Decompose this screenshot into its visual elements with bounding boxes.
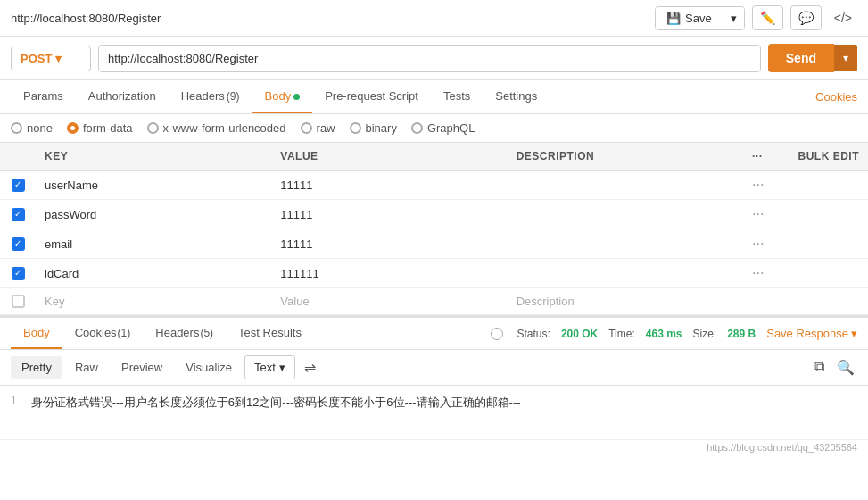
row4-key[interactable]: idCard [36,261,271,287]
row3-more[interactable]: ··· [743,229,779,258]
row2-checkbox-cell[interactable] [0,202,36,228]
option-urlencoded[interactable]: x-www-form-urlencoded [147,121,286,135]
response-line-1: 1 身份证格式错误---用户名长度必须位于6到12之间---密码长度不能小于6位… [11,395,857,411]
option-binary[interactable]: binary [350,121,397,135]
radio-urlencoded [147,122,159,134]
response-status: Status: 200 OK Time: 463 ms Size: 289 B … [491,327,857,340]
row3-checkbox[interactable] [12,238,25,251]
row4-more[interactable]: ··· [743,259,779,288]
row1-checkbox[interactable] [12,179,25,192]
response-tab-body[interactable]: Body [11,318,62,349]
row4-checkbox[interactable] [12,267,25,280]
row2-checkbox[interactable] [12,208,25,221]
row2-bulk [779,208,868,221]
format-tab-raw[interactable]: Raw [64,356,109,379]
table-row: userName 11111 ··· [0,171,868,200]
status-value: 200 OK [561,328,598,340]
format-bar: Pretty Raw Preview Visualize Text ▾ ⇌ ⧉ … [0,350,868,386]
row1-value[interactable]: 11111 [271,172,507,198]
placeholder-checkbox-cell [0,288,36,314]
placeholder-value[interactable]: Value [271,288,507,314]
send-dropdown-button[interactable]: ▾ [834,45,857,71]
top-bar: http://localhost:8080/Register 💾 Save ▾ … [0,0,868,37]
tab-headers[interactable]: Headers(9) [169,80,252,113]
tab-body[interactable]: Body [252,80,313,113]
footer-hint: https://blog.csdn.net/qq_43205564 [707,442,857,453]
tab-authorization[interactable]: Authorization [76,80,169,113]
save-button[interactable]: 💾 Save [656,7,723,29]
format-tab-pretty[interactable]: Pretty [11,356,62,379]
option-graphql[interactable]: GraphQL [411,121,475,135]
radio-raw [301,122,312,134]
row3-checkbox-cell[interactable] [0,231,36,257]
row3-key[interactable]: email [36,231,271,257]
option-raw[interactable]: raw [301,121,335,135]
copy-icon[interactable]: ⧉ [812,356,827,379]
row1-checkbox-cell[interactable] [0,172,36,198]
wrap-icon[interactable]: ⇌ [304,359,316,376]
save-dropdown-button[interactable]: ▾ [723,7,744,29]
placeholder-checkbox [12,295,25,308]
line-number-1: 1 [11,395,17,407]
format-chevron: ▾ [279,361,285,374]
th-more: ··· [743,143,779,170]
tab-settings[interactable]: Settings [483,80,550,113]
save-label: Save [685,12,712,25]
row3-description[interactable] [508,238,743,250]
row1-description[interactable] [508,179,743,191]
table-row: email 11111 ··· [0,229,868,259]
option-form-data[interactable]: form-data [67,121,133,135]
time-value: 463 ms [646,328,682,340]
response-text-1: 身份证格式错误---用户名长度必须位于6到12之间---密码长度不能小于6位--… [31,395,521,411]
response-tab-headers[interactable]: Headers(5) [143,318,226,349]
row4-bulk [779,267,868,279]
th-description: DESCRIPTION [508,143,743,170]
th-bulk-edit[interactable]: Bulk Edit [779,143,868,170]
save-response-button[interactable]: Save Response ▾ [766,327,857,340]
format-bar-right: ⧉ 🔍 [812,356,857,379]
response-area: Body Cookies(1) Headers(5) Test Results … [0,316,868,439]
row4-value[interactable]: 111111 [271,261,507,287]
save-button-group: 💾 Save ▾ [655,6,745,30]
save-response-chevron: ▾ [851,327,857,340]
option-none[interactable]: none [11,121,53,135]
request-tabs: Params Authorization Headers(9) Body Pre… [0,80,868,114]
row2-key[interactable]: passWord [36,202,271,228]
code-icon-button[interactable]: </> [829,7,857,29]
format-tab-preview[interactable]: Preview [111,356,173,379]
send-button[interactable]: Send [768,44,834,72]
tab-tests[interactable]: Tests [431,80,483,113]
placeholder-more [743,296,779,308]
url-input[interactable] [98,45,761,72]
top-bar-url: http://localhost:8080/Register [11,12,161,25]
response-tab-cookies[interactable]: Cookies(1) [62,318,144,349]
tab-params[interactable]: Params [11,80,76,113]
row1-more[interactable]: ··· [743,171,779,199]
row4-checkbox-cell[interactable] [0,261,36,287]
format-type-select[interactable]: Text ▾ [244,355,295,379]
body-options: none form-data x-www-form-urlencoded raw… [0,114,868,143]
th-value: VALUE [271,143,507,170]
cookies-link[interactable]: Cookies [815,90,857,104]
row4-description[interactable] [508,267,743,279]
comment-icon-button[interactable]: 💬 [790,5,822,30]
response-tabs: Body Cookies(1) Headers(5) Test Results … [0,318,868,350]
method-select[interactable]: POST ▾ [11,46,91,71]
status-label: Status: [517,328,550,340]
edit-icon-button[interactable]: ✏️ [752,5,783,30]
placeholder-description[interactable]: Description [508,288,743,314]
row3-value[interactable]: 11111 [271,231,507,257]
row2-description[interactable] [508,208,743,221]
tab-prerequest[interactable]: Pre-request Script [312,80,431,113]
row1-key[interactable]: userName [36,172,271,198]
placeholder-key[interactable]: Key [36,288,271,314]
row2-value[interactable]: 11111 [271,202,507,228]
search-icon[interactable]: 🔍 [834,356,857,379]
response-tab-test-results[interactable]: Test Results [226,318,314,349]
row1-bulk [779,179,868,191]
radio-form-data [67,122,79,134]
format-tab-visualize[interactable]: Visualize [175,356,243,379]
method-label: POST [21,52,52,65]
row2-more[interactable]: ··· [743,200,779,229]
table-header: KEY VALUE DESCRIPTION ··· Bulk Edit [0,143,868,171]
